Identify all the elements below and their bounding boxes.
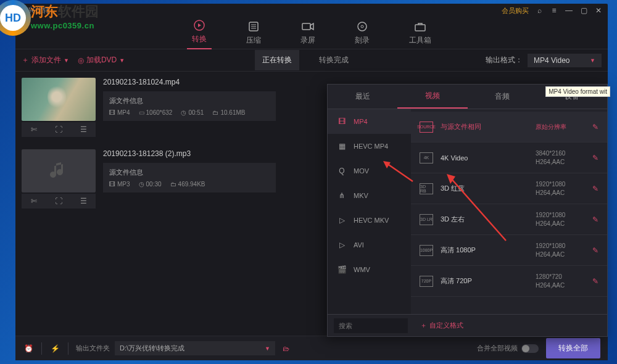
play-icon: ▷: [336, 241, 347, 249]
merge-label: 合并全部视频: [477, 344, 518, 353]
compress-icon: [247, 20, 260, 33]
svg-rect-8: [415, 25, 425, 31]
add-file-button[interactable]: ＋ 添加文件 ▼: [22, 55, 69, 65]
format-options-list: SOURCE 与源文件相同 原始分辨率 ✎ 4K 4K Video 3840*2…: [411, 109, 607, 314]
edit-icon[interactable]: ✎: [592, 123, 598, 131]
plus-icon: ＋: [420, 321, 427, 330]
cat-avi[interactable]: ▷AVI: [328, 233, 411, 257]
edit-icon[interactable]: ✎: [592, 215, 598, 224]
nav-convert[interactable]: 转换: [187, 17, 212, 49]
nav-record[interactable]: 录屏: [296, 18, 320, 48]
edit-icon[interactable]: ✎: [592, 277, 598, 286]
format-badge: 🎞 MP4: [109, 109, 130, 116]
nav-compress[interactable]: 压缩: [241, 18, 266, 48]
crop-icon[interactable]: ⛶: [55, 197, 62, 205]
disc-icon: ◎: [78, 56, 84, 65]
edit-icon[interactable]: ✎: [592, 184, 598, 193]
quicktime-icon: Q: [336, 167, 347, 175]
app-window: 万兴优转 会员购买 ⌕ ≡ — ▢ ✕ 转换 压缩 录屏 刻录: [15, 4, 608, 360]
panel-tab-audio[interactable]: 音频: [468, 85, 537, 109]
format-option[interactable]: 1080P 高清 1080P 1920*1080H264,AAC ✎: [411, 235, 607, 266]
tab-done[interactable]: 转换完成: [312, 50, 356, 70]
menu-icon[interactable]: ≡: [550, 6, 558, 15]
record-icon: [302, 20, 314, 33]
nav-burn[interactable]: 刻录: [350, 18, 375, 48]
chevron-down-icon: ▼: [590, 57, 595, 64]
duration-badge: ◷ 00:51: [181, 109, 204, 116]
svg-point-7: [361, 25, 363, 28]
size-badge: 🗀 10.61MB: [212, 109, 245, 116]
format-tooltip: MP4 Video format wit: [545, 86, 610, 97]
duration-badge: ◷ 00:30: [139, 181, 162, 188]
alarm-icon[interactable]: ⏰: [23, 343, 34, 354]
vip-link[interactable]: 会员购买: [502, 6, 529, 15]
tab-converting[interactable]: 正在转换: [255, 50, 299, 70]
format-icon: 3D RB: [420, 183, 433, 194]
titlebar: 万兴优转 会员购买 ⌕ ≡ — ▢ ✕: [15, 4, 608, 17]
cat-hevc-mkv[interactable]: ▷HEVC MKV: [328, 208, 411, 233]
plus-icon: ＋: [22, 55, 29, 65]
chevron-down-icon: ▼: [119, 57, 125, 64]
svg-point-6: [358, 22, 366, 31]
burn-icon: [356, 20, 368, 33]
maximize-button[interactable]: ▢: [579, 6, 588, 15]
convert-all-button[interactable]: 转换全部: [546, 338, 600, 358]
format-option[interactable]: SOURCE 与源文件相同 原始分辨率 ✎: [411, 112, 607, 143]
edit-icon[interactable]: ✎: [592, 154, 598, 162]
format-icon: 4K: [420, 152, 433, 163]
format-option[interactable]: 3D LR 3D 左右 1920*1080H264,AAC ✎: [411, 204, 607, 235]
chevron-down-icon: ▼: [265, 345, 270, 352]
thumb-tools: ✄ ⛶ ☰: [22, 122, 96, 137]
format-icon: SOURCE: [420, 122, 433, 133]
speed-icon[interactable]: ⚡: [49, 343, 60, 354]
resolution-badge: ▭ 1060*632: [139, 109, 173, 116]
crop-icon[interactable]: ⛶: [55, 125, 62, 134]
output-folder-label: 输出文件夹: [76, 344, 110, 353]
edit-icon[interactable]: ✎: [592, 246, 598, 255]
music-note-icon: [46, 159, 71, 183]
nav-toolbox[interactable]: 工具箱: [404, 18, 436, 48]
format-panel: 最近 视频 音频 设备 🎞MP4 ▦HEVC MP4 QMOV ⋔MKV ▷HE…: [327, 84, 608, 337]
file-thumbnail[interactable]: [22, 149, 96, 192]
cut-icon[interactable]: ✄: [31, 197, 37, 205]
format-option[interactable]: 3D RB 3D 红蓝 1920*1080H264,AAC ✎: [411, 173, 607, 204]
format-category-list: 🎞MP4 ▦HEVC MP4 QMOV ⋔MKV ▷HEVC MKV ▷AVI …: [328, 109, 411, 314]
cat-mp4[interactable]: 🎞MP4: [328, 109, 411, 134]
panel-tab-video[interactable]: 视频: [397, 85, 467, 109]
custom-format-button[interactable]: ＋自定义格式: [420, 321, 463, 330]
format-icon: 1080P: [420, 245, 433, 256]
format-option[interactable]: 720P 高清 720P 1280*720H264,AAC ✎: [411, 266, 607, 297]
format-icon: 720P: [420, 276, 433, 287]
load-dvd-button[interactable]: ◎ 加载DVD ▼: [78, 55, 125, 65]
merge-toggle[interactable]: [521, 344, 539, 353]
settings-icon[interactable]: ☰: [80, 125, 87, 134]
cat-mkv[interactable]: ⋔MKV: [328, 183, 411, 208]
bottom-bar: ⏰ ⚡ 输出文件夹 D:\万兴优转\转换完成 ▼ 🗁 合并全部视频 转换全部: [15, 336, 608, 360]
settings-icon[interactable]: ☰: [80, 197, 87, 205]
cat-hevc-mp4[interactable]: ▦HEVC MP4: [328, 134, 411, 159]
output-format-select[interactable]: MP4 Video ▼: [528, 54, 602, 67]
thumb-tools: ✄ ⛶ ☰: [22, 194, 96, 209]
cut-icon[interactable]: ✄: [31, 125, 37, 134]
sub-toolbar: ＋ 添加文件 ▼ ◎ 加载DVD ▼ 正在转换 转换完成 输出格式： MP4 V…: [15, 49, 608, 72]
output-path-input[interactable]: D:\万兴优转\转换完成 ▼: [115, 341, 275, 355]
format-search-input[interactable]: [334, 318, 408, 333]
svg-rect-5: [302, 23, 310, 30]
clapper-icon: 🎬: [336, 265, 347, 274]
cat-mov[interactable]: QMOV: [328, 159, 411, 183]
top-nav: 转换 压缩 录屏 刻录 工具箱: [15, 17, 608, 49]
minimize-button[interactable]: —: [565, 6, 573, 15]
output-format-label: 输出格式：: [486, 55, 523, 65]
file-info-box: 源文件信息 🎞 MP4 ▭ 1060*632 ◷ 00:51 🗀 10.61MB: [103, 91, 276, 121]
panel-tab-recent[interactable]: 最近: [328, 85, 397, 109]
film-icon: ▷: [336, 216, 347, 225]
app-name: 万兴优转: [20, 6, 50, 16]
mkv-icon: ⋔: [336, 191, 347, 200]
toolbox-icon: [414, 20, 426, 33]
cat-wmv[interactable]: 🎬WMV: [328, 257, 411, 282]
open-folder-icon[interactable]: 🗁: [280, 343, 291, 354]
search-icon[interactable]: ⌕: [535, 6, 544, 15]
close-button[interactable]: ✕: [594, 6, 603, 15]
file-thumbnail[interactable]: [22, 78, 96, 121]
format-option[interactable]: 4K 4K Video 3840*2160H264,AAC ✎: [411, 143, 607, 173]
